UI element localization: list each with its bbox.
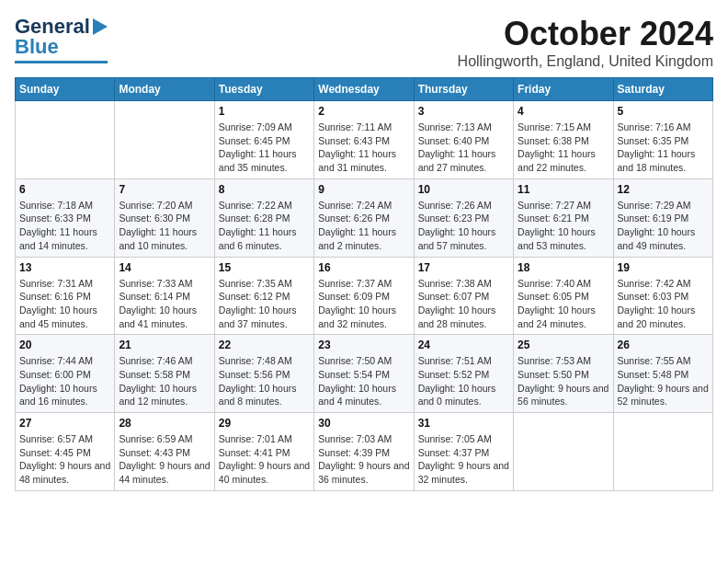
day-info: Sunrise: 7:26 AM Sunset: 6:23 PM Dayligh…: [418, 199, 509, 253]
table-row: 28Sunrise: 6:59 AM Sunset: 4:43 PM Dayli…: [115, 413, 214, 491]
day-number: 20: [19, 339, 110, 351]
day-number: 11: [518, 183, 609, 196]
table-row: 1Sunrise: 7:09 AM Sunset: 6:45 PM Daylig…: [214, 101, 313, 179]
table-row: 4Sunrise: 7:15 AM Sunset: 6:38 PM Daylig…: [514, 101, 613, 179]
day-info: Sunrise: 7:40 AM Sunset: 6:05 PM Dayligh…: [518, 277, 609, 331]
day-number: 28: [119, 417, 210, 430]
table-row: 11Sunrise: 7:27 AM Sunset: 6:21 PM Dayli…: [514, 178, 613, 257]
day-number: 8: [219, 183, 310, 196]
day-info: Sunrise: 7:51 AM Sunset: 5:52 PM Dayligh…: [418, 354, 509, 408]
table-row: 23Sunrise: 7:50 AM Sunset: 5:54 PM Dayli…: [314, 335, 414, 413]
day-info: Sunrise: 7:55 AM Sunset: 5:48 PM Dayligh…: [618, 354, 709, 408]
table-row: 25Sunrise: 7:53 AM Sunset: 5:50 PM Dayli…: [514, 335, 613, 413]
day-info: Sunrise: 7:13 AM Sunset: 6:40 PM Dayligh…: [418, 121, 509, 175]
table-row: 20Sunrise: 7:44 AM Sunset: 6:00 PM Dayli…: [16, 335, 115, 413]
day-number: 27: [19, 417, 110, 430]
day-info: Sunrise: 7:18 AM Sunset: 6:33 PM Dayligh…: [19, 199, 110, 253]
day-info: Sunrise: 7:29 AM Sunset: 6:19 PM Dayligh…: [618, 199, 709, 253]
table-row: 29Sunrise: 7:01 AM Sunset: 4:41 PM Dayli…: [214, 413, 313, 491]
day-info: Sunrise: 7:46 AM Sunset: 5:58 PM Dayligh…: [119, 354, 210, 408]
header-monday: Monday: [115, 78, 214, 101]
table-row: [16, 101, 115, 179]
day-info: Sunrise: 7:37 AM Sunset: 6:09 PM Dayligh…: [318, 277, 409, 331]
day-number: 26: [618, 339, 709, 351]
day-info: Sunrise: 7:44 AM Sunset: 6:00 PM Dayligh…: [19, 354, 110, 408]
day-number: 6: [19, 183, 110, 196]
day-number: 16: [318, 261, 409, 274]
table-row: 14Sunrise: 7:33 AM Sunset: 6:14 PM Dayli…: [115, 257, 214, 335]
table-row: 6Sunrise: 7:18 AM Sunset: 6:33 PM Daylig…: [16, 178, 115, 257]
calendar-week-row: 1Sunrise: 7:09 AM Sunset: 6:45 PM Daylig…: [16, 101, 713, 179]
table-row: 10Sunrise: 7:26 AM Sunset: 6:23 PM Dayli…: [414, 178, 513, 257]
table-row: 15Sunrise: 7:35 AM Sunset: 6:12 PM Dayli…: [214, 257, 313, 335]
day-number: 5: [618, 105, 709, 118]
logo: General Blue: [15, 15, 108, 63]
calendar-week-row: 6Sunrise: 7:18 AM Sunset: 6:33 PM Daylig…: [16, 178, 713, 257]
day-info: Sunrise: 7:38 AM Sunset: 6:07 PM Dayligh…: [418, 277, 509, 331]
logo-arrow-icon: [93, 18, 108, 35]
day-info: Sunrise: 7:48 AM Sunset: 5:56 PM Dayligh…: [219, 354, 310, 408]
calendar-week-row: 27Sunrise: 6:57 AM Sunset: 4:45 PM Dayli…: [16, 413, 713, 491]
day-info: Sunrise: 7:15 AM Sunset: 6:38 PM Dayligh…: [518, 121, 609, 175]
table-row: 2Sunrise: 7:11 AM Sunset: 6:43 PM Daylig…: [314, 101, 414, 179]
table-row: 19Sunrise: 7:42 AM Sunset: 6:03 PM Dayli…: [613, 257, 712, 335]
calendar-table: Sunday Monday Tuesday Wednesday Thursday…: [15, 77, 713, 491]
location-subtitle: Hollingworth, England, United Kingdom: [458, 53, 713, 70]
table-row: 16Sunrise: 7:37 AM Sunset: 6:09 PM Dayli…: [314, 257, 414, 335]
day-info: Sunrise: 6:59 AM Sunset: 4:43 PM Dayligh…: [119, 432, 210, 487]
table-row: [514, 413, 613, 491]
table-row: 7Sunrise: 7:20 AM Sunset: 6:30 PM Daylig…: [115, 178, 214, 257]
day-number: 22: [219, 339, 310, 351]
table-row: 26Sunrise: 7:55 AM Sunset: 5:48 PM Dayli…: [613, 335, 712, 413]
day-number: 31: [418, 417, 509, 430]
table-row: [115, 101, 214, 179]
table-row: 17Sunrise: 7:38 AM Sunset: 6:07 PM Dayli…: [414, 257, 513, 335]
table-row: 31Sunrise: 7:05 AM Sunset: 4:37 PM Dayli…: [414, 413, 513, 491]
day-number: 15: [219, 261, 310, 274]
day-number: 9: [318, 183, 409, 196]
day-info: Sunrise: 7:35 AM Sunset: 6:12 PM Dayligh…: [219, 277, 310, 331]
table-row: 12Sunrise: 7:29 AM Sunset: 6:19 PM Dayli…: [613, 178, 712, 257]
table-row: 13Sunrise: 7:31 AM Sunset: 6:16 PM Dayli…: [16, 257, 115, 335]
title-section: October 2024 Hollingworth, England, Unit…: [458, 15, 713, 70]
header-saturday: Saturday: [613, 78, 712, 101]
weekday-header-row: Sunday Monday Tuesday Wednesday Thursday…: [16, 78, 713, 101]
day-number: 7: [119, 183, 210, 196]
day-number: 23: [318, 339, 409, 351]
day-info: Sunrise: 7:24 AM Sunset: 6:26 PM Dayligh…: [318, 199, 409, 253]
day-info: Sunrise: 7:20 AM Sunset: 6:30 PM Dayligh…: [119, 199, 210, 253]
page-header: General Blue October 2024 Hollingworth, …: [15, 15, 713, 70]
day-info: Sunrise: 7:11 AM Sunset: 6:43 PM Dayligh…: [318, 121, 409, 175]
table-row: 3Sunrise: 7:13 AM Sunset: 6:40 PM Daylig…: [414, 101, 513, 179]
month-title: October 2024: [458, 15, 713, 53]
day-number: 18: [518, 261, 609, 274]
day-info: Sunrise: 7:53 AM Sunset: 5:50 PM Dayligh…: [518, 354, 609, 408]
day-number: 21: [119, 339, 210, 351]
logo-blue: Blue: [15, 35, 59, 59]
day-info: Sunrise: 7:31 AM Sunset: 6:16 PM Dayligh…: [19, 277, 110, 331]
table-row: [613, 413, 712, 491]
table-row: 18Sunrise: 7:40 AM Sunset: 6:05 PM Dayli…: [514, 257, 613, 335]
day-number: 19: [618, 261, 709, 274]
calendar-week-row: 20Sunrise: 7:44 AM Sunset: 6:00 PM Dayli…: [16, 335, 713, 413]
day-number: 1: [219, 105, 310, 118]
header-friday: Friday: [514, 78, 613, 101]
day-info: Sunrise: 7:09 AM Sunset: 6:45 PM Dayligh…: [219, 121, 310, 175]
day-info: Sunrise: 7:50 AM Sunset: 5:54 PM Dayligh…: [318, 354, 409, 408]
day-info: Sunrise: 7:42 AM Sunset: 6:03 PM Dayligh…: [618, 277, 709, 331]
table-row: 8Sunrise: 7:22 AM Sunset: 6:28 PM Daylig…: [214, 178, 313, 257]
day-info: Sunrise: 7:05 AM Sunset: 4:37 PM Dayligh…: [418, 432, 509, 487]
logo-line: [15, 61, 108, 63]
header-wednesday: Wednesday: [314, 78, 414, 101]
day-info: Sunrise: 7:01 AM Sunset: 4:41 PM Dayligh…: [219, 432, 310, 487]
day-number: 29: [219, 417, 310, 430]
day-info: Sunrise: 7:03 AM Sunset: 4:39 PM Dayligh…: [318, 432, 409, 487]
day-number: 13: [19, 261, 110, 274]
calendar-week-row: 13Sunrise: 7:31 AM Sunset: 6:16 PM Dayli…: [16, 257, 713, 335]
day-number: 3: [418, 105, 509, 118]
table-row: 24Sunrise: 7:51 AM Sunset: 5:52 PM Dayli…: [414, 335, 513, 413]
day-number: 17: [418, 261, 509, 274]
day-info: Sunrise: 6:57 AM Sunset: 4:45 PM Dayligh…: [19, 432, 110, 487]
day-info: Sunrise: 7:16 AM Sunset: 6:35 PM Dayligh…: [618, 121, 709, 175]
table-row: 5Sunrise: 7:16 AM Sunset: 6:35 PM Daylig…: [613, 101, 712, 179]
